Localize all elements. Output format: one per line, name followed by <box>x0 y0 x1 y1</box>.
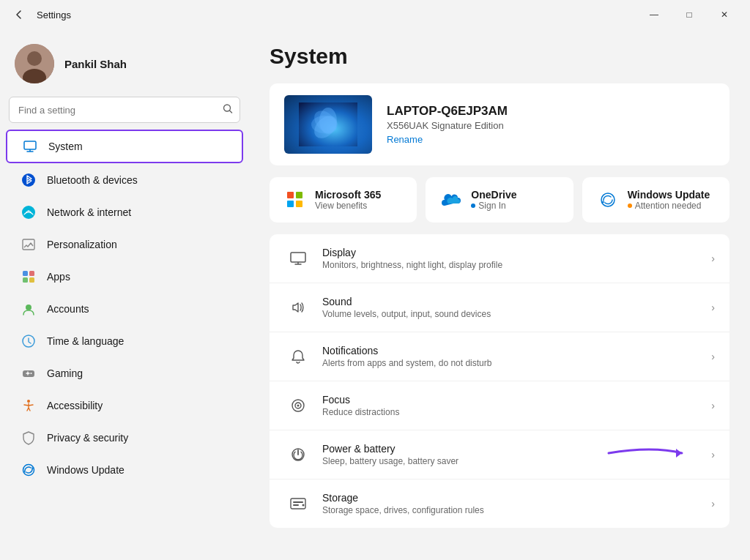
search-box <box>9 97 240 123</box>
nav-item-apps[interactable]: Apps <box>6 261 243 292</box>
sound-item[interactable]: Sound Volume levels, output, input, soun… <box>270 283 729 332</box>
nav-item-gaming[interactable]: Gaming <box>6 358 243 389</box>
svg-marker-30 <box>676 449 682 458</box>
minimize-button[interactable]: — <box>637 3 671 26</box>
search-input[interactable] <box>9 97 240 123</box>
storage-item[interactable]: Storage Storage space, drives, configura… <box>270 479 729 528</box>
focus-title: Focus <box>322 394 711 406</box>
svg-point-16 <box>31 373 32 374</box>
svg-point-28 <box>297 405 300 407</box>
ms365-title: Microsoft 365 <box>315 189 381 201</box>
sound-chevron: › <box>711 302 715 313</box>
device-card: LAPTOP-Q6EJP3AM X556UAK Signature Editio… <box>270 83 729 165</box>
focus-text: Focus Reduce distractions <box>322 394 711 417</box>
update-label: Windows Update <box>47 464 125 476</box>
storage-text: Storage Storage space, drives, configura… <box>322 492 711 515</box>
nav-item-accounts[interactable]: Accounts <box>6 294 243 324</box>
nav-item-personalization[interactable]: Personalization <box>6 229 243 260</box>
accounts-label: Accounts <box>47 303 89 315</box>
svg-rect-25 <box>291 253 305 262</box>
notifications-subtitle: Alerts from apps and system, do not dist… <box>322 358 711 368</box>
display-title: Display <box>322 247 711 258</box>
privacy-label: Privacy & security <box>47 432 128 444</box>
gaming-label: Gaming <box>47 367 83 379</box>
nav-item-privacy[interactable]: Privacy & security <box>6 422 243 453</box>
gaming-icon <box>21 365 37 381</box>
apps-label: Apps <box>47 271 70 283</box>
device-thumbnail <box>284 95 372 154</box>
power-item[interactable]: Power & battery Sleep, battery usage, ba… <box>270 430 729 479</box>
svg-rect-8 <box>23 239 34 250</box>
ms365-link[interactable]: Microsoft 365 View benefits <box>270 177 417 223</box>
device-info: LAPTOP-Q6EJP3AM X556UAK Signature Editio… <box>387 104 715 146</box>
avatar-image <box>15 44 54 83</box>
winupdate-subtitle: Attention needed <box>628 201 710 211</box>
time-label: Time & language <box>47 335 124 347</box>
purple-arrow-annotation <box>594 442 689 467</box>
notifications-item[interactable]: Notifications Alerts from apps and syste… <box>270 332 729 381</box>
storage-title: Storage <box>322 492 711 504</box>
svg-rect-12 <box>29 277 34 283</box>
onedrive-subtitle-text: Sign In <box>478 201 505 211</box>
maximize-button[interactable]: □ <box>672 3 706 26</box>
content-area: System <box>249 29 750 560</box>
back-button[interactable] <box>9 4 29 25</box>
rename-link[interactable]: Rename <box>387 134 423 145</box>
nav-item-network[interactable]: Network & internet <box>6 197 243 228</box>
nav-item-time[interactable]: Time & language <box>6 326 243 356</box>
svg-rect-33 <box>293 504 299 506</box>
svg-rect-11 <box>23 277 28 283</box>
apps-icon <box>21 269 37 285</box>
close-button[interactable]: ✕ <box>708 3 741 26</box>
window-title: Settings <box>37 10 71 20</box>
svg-point-7 <box>28 211 29 212</box>
user-profile: Pankil Shah <box>0 35 249 97</box>
storage-subtitle: Storage space, drives, configuration rul… <box>322 505 711 515</box>
winupdate-title: Windows Update <box>628 189 710 201</box>
sound-subtitle: Volume levels, output, input, sound devi… <box>322 309 711 319</box>
nav-item-bluetooth[interactable]: Bluetooth & devices <box>6 165 243 195</box>
ms365-text: Microsoft 365 View benefits <box>315 189 381 211</box>
accessibility-label: Accessibility <box>47 400 103 411</box>
personalization-label: Personalization <box>47 239 117 250</box>
onedrive-text: OneDrive Sign In <box>471 189 516 211</box>
onedrive-link[interactable]: OneDrive Sign In <box>426 177 573 223</box>
sound-title: Sound <box>322 296 711 307</box>
svg-rect-32 <box>293 501 303 503</box>
display-chevron: › <box>711 253 715 264</box>
focus-item[interactable]: Focus Reduce distractions › <box>270 381 729 430</box>
sound-icon <box>284 294 312 321</box>
bluetooth-icon <box>21 172 37 188</box>
privacy-icon <box>21 430 37 446</box>
device-model: X556UAK Signature Edition <box>387 120 715 131</box>
svg-rect-10 <box>29 271 34 276</box>
system-icon <box>22 138 38 154</box>
titlebar: Settings — □ ✕ <box>0 0 750 29</box>
svg-rect-4 <box>24 141 36 149</box>
onedrive-title: OneDrive <box>471 189 516 201</box>
ms365-icon <box>283 187 308 212</box>
quick-links: Microsoft 365 View benefits OneDrive Sig… <box>270 177 729 223</box>
page-title: System <box>270 44 729 69</box>
settings-list: Display Monitors, brightness, night ligh… <box>270 234 729 528</box>
power-icon <box>284 441 312 468</box>
focus-icon <box>284 392 312 419</box>
winupdate-subtitle-text: Attention needed <box>635 201 702 211</box>
svg-point-34 <box>302 504 305 507</box>
storage-chevron: › <box>711 498 715 509</box>
nav-item-accessibility[interactable]: Accessibility <box>6 390 243 421</box>
power-chevron: › <box>711 449 715 460</box>
user-name: Pankil Shah <box>64 58 127 70</box>
display-item[interactable]: Display Monitors, brightness, night ligh… <box>270 234 729 283</box>
windows-update-link[interactable]: Windows Update Attention needed <box>582 177 729 223</box>
nav-item-system[interactable]: System <box>6 130 243 163</box>
notifications-title: Notifications <box>322 345 711 356</box>
search-icon <box>223 104 233 116</box>
sound-text: Sound Volume levels, output, input, soun… <box>322 296 711 319</box>
nav-item-update[interactable]: Windows Update <box>6 455 243 485</box>
svg-point-13 <box>26 305 31 310</box>
svg-point-17 <box>27 400 30 403</box>
onedrive-icon <box>439 187 464 212</box>
svg-rect-9 <box>23 271 28 276</box>
sidebar: Pankil Shah System <box>0 29 249 560</box>
